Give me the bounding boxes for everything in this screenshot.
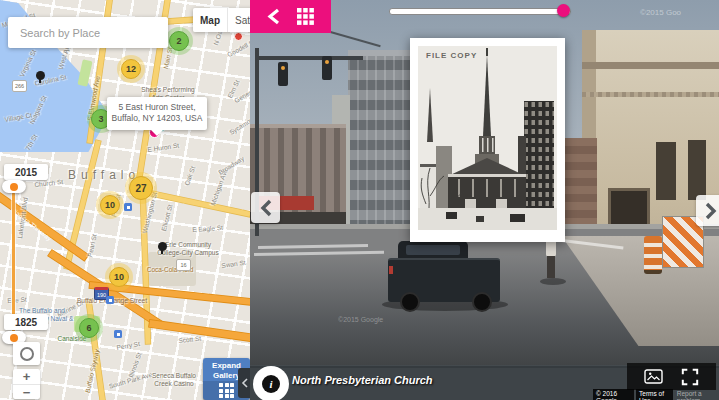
my-location-button[interactable] [13, 342, 40, 365]
poi-label: The Buffalo and [19, 307, 65, 314]
cluster-marker[interactable]: 2 [169, 31, 189, 51]
pedestrian-legs [547, 256, 555, 278]
gallery-grid-icon [219, 383, 234, 398]
fullscreen-icon [681, 368, 699, 386]
road-watermark: ©2015 Google [338, 316, 383, 323]
photo-pin[interactable] [158, 242, 167, 251]
historic-photo-image [418, 46, 557, 230]
grid-icon [297, 8, 314, 25]
cluster-marker[interactable]: 12 [121, 59, 141, 79]
bank-cornice [582, 62, 719, 69]
cluster-marker[interactable]: 10 [100, 195, 120, 215]
map-type-satellite-button[interactable]: Satellite [227, 8, 250, 32]
park-area [77, 59, 92, 87]
timeline-end-year: 1825 [4, 314, 48, 330]
copyright-text: © 2016 Google [593, 389, 634, 400]
bank-window [688, 140, 706, 200]
truck-taillight [389, 266, 393, 274]
chevron-right-icon [705, 202, 717, 220]
overlay-toolbar [250, 0, 331, 33]
street-label: Scott St [178, 335, 201, 344]
bank-dentils [582, 92, 719, 97]
terms-of-use-link[interactable]: Terms of Use [636, 389, 673, 400]
chevron-left-icon [260, 199, 272, 217]
timeline-handle-top[interactable] [2, 180, 26, 193]
copyright-row: © 2016 Google Terms of Use Report a prob… [593, 389, 719, 400]
thumbnail-toggle-button[interactable] [644, 369, 663, 384]
zoom-in-button[interactable]: + [13, 369, 40, 385]
info-address-line2: Buffalo, NY 14203, USA [111, 113, 203, 124]
street-label: Sycamore St [228, 110, 250, 136]
collapse-gallery-tab[interactable] [238, 368, 250, 398]
historic-photo-overlay [410, 38, 565, 242]
poi-label: Erie Community [165, 241, 211, 248]
sky-watermark: ©2015 Goo [640, 8, 681, 17]
signal-arm [255, 56, 363, 60]
photo-pin[interactable] [36, 71, 45, 80]
truck-wheel [400, 292, 420, 312]
person-shadow [540, 278, 566, 285]
street-label: E Huron St [147, 142, 179, 153]
photo-fade-slider-handle[interactable] [557, 4, 570, 17]
file-copy-stamp: FILE COPY [426, 51, 477, 60]
pan-left-arrow[interactable] [251, 192, 280, 223]
timeline-start-year: 2015 [4, 164, 48, 180]
street-label: Main St [162, 46, 173, 69]
street-label: Swan St [221, 259, 246, 269]
photo-info-button[interactable]: i [253, 366, 289, 400]
route-shield: 266 [12, 80, 27, 92]
map-canvas[interactable]: Buffalo Edward St Maryland St 10th St W … [0, 0, 250, 400]
street-label: Broadway [217, 155, 245, 176]
traffic-barrel [644, 236, 662, 274]
cluster-marker[interactable]: 27 [129, 176, 153, 200]
photo-fade-slider-track[interactable] [389, 8, 571, 15]
back-button[interactable] [267, 8, 280, 25]
timeline-track[interactable] [12, 192, 15, 332]
route-shield: 16 [176, 259, 191, 271]
chevron-left-icon [241, 378, 248, 388]
city-label: Buffalo [68, 168, 140, 182]
traffic-light [322, 56, 332, 80]
marker-red[interactable] [234, 32, 243, 41]
streetview-controls [627, 363, 716, 390]
cluster-marker[interactable]: 10 [109, 267, 129, 287]
street-label: Oak St [183, 165, 196, 186]
street-label: Ellicott St [160, 204, 173, 232]
zoom-control: + − [13, 369, 40, 399]
poi-label: Creek Casino [154, 380, 193, 387]
zoom-out-button[interactable]: − [13, 385, 40, 400]
traffic-light [278, 62, 288, 86]
streetview-panorama[interactable]: ©2015 Goo ©2015 Google [250, 0, 719, 400]
transit-icon[interactable] [106, 296, 114, 304]
report-a-problem-link[interactable]: Report a problem [675, 389, 719, 400]
transit-icon[interactable] [124, 203, 132, 211]
street-label: E Eagle St [192, 224, 223, 233]
app-window: Buffalo Edward St Maryland St 10th St W … [0, 0, 719, 400]
office-tower [348, 50, 412, 232]
street-label: Perry St [116, 340, 140, 351]
map-type-map-button[interactable]: Map [193, 8, 227, 32]
truck-wheel [472, 292, 492, 312]
street-label: Erie St [7, 296, 27, 304]
search-input[interactable] [8, 17, 168, 48]
info-icon: i [262, 375, 280, 393]
back-chevron-icon [267, 8, 280, 25]
transit-icon[interactable] [114, 330, 122, 338]
pan-right-arrow[interactable] [696, 195, 719, 226]
street-label: Pearl St [86, 233, 98, 257]
cluster-marker[interactable]: 6 [79, 318, 99, 338]
poi-label: Seneca Buffalo [152, 372, 196, 379]
poi-label: Shea's Performing [141, 86, 194, 93]
fullscreen-button[interactable] [681, 368, 699, 386]
map-type-control: Map Satellite [193, 8, 250, 32]
gallery-grid-button[interactable] [297, 8, 314, 25]
info-address-line1: 5 East Huron Street, [111, 102, 203, 113]
photo-title: North Presbyterian Church [292, 374, 433, 386]
map-info-window: 5 East Huron Street, Buffalo, NY 14203, … [107, 97, 207, 130]
photo-thumbnail-icon [644, 369, 663, 384]
poi-label: College-City Campus [157, 249, 218, 256]
bank-window [656, 142, 676, 200]
